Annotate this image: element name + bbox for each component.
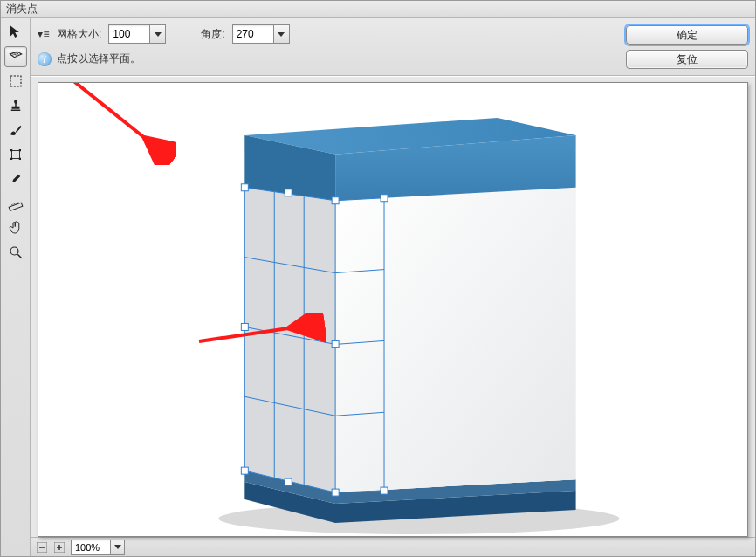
plus-icon bbox=[54, 542, 65, 553]
eyedropper-tool[interactable] bbox=[4, 168, 27, 189]
grid-plane-icon bbox=[8, 49, 24, 65]
ruler-icon bbox=[8, 196, 24, 211]
measure-tool[interactable] bbox=[4, 193, 27, 214]
zoom-input[interactable] bbox=[72, 540, 110, 554]
svg-rect-27 bbox=[241, 467, 248, 474]
svg-rect-0 bbox=[10, 76, 21, 86]
edit-plane-tool[interactable] bbox=[4, 22, 27, 43]
window-title: 消失点 bbox=[6, 2, 38, 17]
svg-rect-4 bbox=[10, 158, 12, 160]
titlebar: 消失点 bbox=[1, 1, 755, 18]
info-text: 点按以选择平面。 bbox=[57, 52, 141, 66]
reset-button[interactable]: 复位 bbox=[626, 50, 748, 69]
hand-icon bbox=[8, 220, 24, 236]
transform-icon bbox=[8, 147, 24, 162]
box-illustration bbox=[38, 83, 747, 536]
arrow-cursor-icon bbox=[8, 24, 24, 40]
options-flyout-menu[interactable]: ▾≡ bbox=[38, 28, 50, 40]
status-bar bbox=[31, 537, 755, 556]
grid-size-field[interactable] bbox=[108, 24, 166, 44]
svg-rect-2 bbox=[10, 149, 12, 151]
svg-rect-5 bbox=[18, 158, 20, 160]
angle-input[interactable] bbox=[233, 25, 273, 43]
svg-marker-13 bbox=[335, 188, 575, 492]
svg-marker-11 bbox=[244, 188, 335, 492]
ok-button[interactable]: 确定 bbox=[626, 25, 748, 45]
minus-icon bbox=[37, 542, 47, 553]
grid-size-label: 网格大小: bbox=[57, 27, 101, 42]
angle-field[interactable] bbox=[232, 24, 290, 44]
svg-rect-29 bbox=[332, 489, 339, 496]
svg-rect-26 bbox=[241, 323, 248, 330]
magnifier-icon bbox=[8, 244, 24, 260]
svg-rect-30 bbox=[381, 195, 388, 202]
info-icon: i bbox=[38, 52, 52, 66]
svg-rect-1 bbox=[11, 151, 19, 159]
options-bar: ▾≡ 网格大小: 角度: i bbox=[31, 18, 755, 76]
angle-dropdown[interactable] bbox=[273, 25, 289, 43]
svg-rect-32 bbox=[285, 189, 292, 196]
zoom-dropdown[interactable] bbox=[110, 540, 124, 554]
canvas-area bbox=[31, 76, 755, 556]
marquee-tool[interactable] bbox=[4, 71, 27, 92]
stamp-tool[interactable] bbox=[4, 95, 27, 116]
transform-tool[interactable] bbox=[4, 144, 27, 165]
brush-icon bbox=[8, 122, 24, 138]
brush-tool[interactable] bbox=[4, 120, 27, 141]
svg-rect-25 bbox=[241, 184, 248, 191]
eyedropper-icon bbox=[8, 171, 24, 187]
zoom-out-button[interactable] bbox=[36, 541, 48, 554]
svg-rect-33 bbox=[285, 478, 292, 485]
zoom-tool[interactable] bbox=[4, 242, 27, 263]
grid-size-input[interactable] bbox=[109, 25, 149, 43]
chevron-down-icon bbox=[155, 32, 162, 37]
grid-size-dropdown[interactable] bbox=[149, 25, 165, 43]
svg-point-7 bbox=[10, 247, 18, 255]
hand-tool[interactable] bbox=[4, 217, 27, 238]
chevron-down-icon bbox=[114, 545, 121, 549]
svg-rect-3 bbox=[18, 149, 20, 151]
stamp-icon bbox=[8, 98, 24, 113]
angle-label: 角度: bbox=[201, 27, 224, 42]
create-plane-tool[interactable] bbox=[4, 46, 27, 67]
svg-rect-34 bbox=[332, 340, 339, 347]
vanishing-point-dialog: 消失点 bbox=[0, 0, 756, 557]
svg-rect-31 bbox=[381, 487, 388, 494]
document-canvas[interactable] bbox=[38, 82, 748, 537]
chevron-down-icon bbox=[278, 32, 285, 37]
svg-rect-28 bbox=[332, 197, 339, 204]
tool-palette bbox=[1, 18, 31, 556]
marquee-icon bbox=[8, 73, 24, 89]
zoom-field[interactable] bbox=[71, 540, 125, 555]
zoom-in-button[interactable] bbox=[53, 541, 65, 554]
